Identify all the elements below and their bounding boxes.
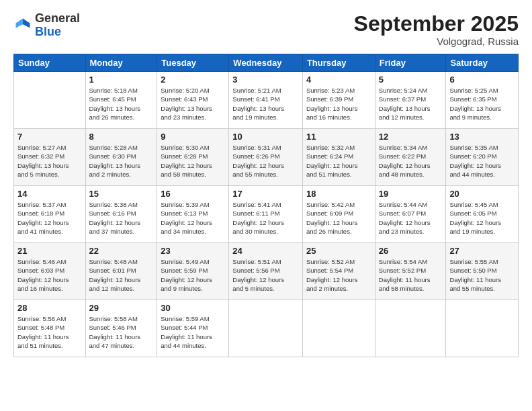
header: General Blue September 2025 Volgograd, R…: [13, 12, 519, 47]
table-row: 27Sunrise: 5:55 AM Sunset: 5:50 PM Dayli…: [446, 243, 519, 300]
day-info: Sunrise: 5:30 AM Sunset: 6:28 PM Dayligh…: [161, 143, 225, 179]
day-info: Sunrise: 5:21 AM Sunset: 6:41 PM Dayligh…: [232, 86, 299, 122]
table-row: 12Sunrise: 5:34 AM Sunset: 6:22 PM Dayli…: [375, 129, 446, 186]
col-saturday: Saturday: [446, 54, 519, 72]
day-number: 17: [232, 189, 299, 199]
day-info: Sunrise: 5:35 AM Sunset: 6:20 PM Dayligh…: [449, 143, 515, 179]
table-row: 11Sunrise: 5:32 AM Sunset: 6:24 PM Dayli…: [302, 129, 375, 186]
table-row: [229, 300, 303, 357]
table-row: 10Sunrise: 5:31 AM Sunset: 6:26 PM Dayli…: [229, 129, 303, 186]
table-row: 15Sunrise: 5:38 AM Sunset: 6:16 PM Dayli…: [85, 186, 157, 243]
day-number: 21: [17, 246, 82, 256]
day-info: Sunrise: 5:45 AM Sunset: 6:05 PM Dayligh…: [449, 200, 515, 236]
day-number: 23: [161, 246, 225, 256]
table-row: 21Sunrise: 5:46 AM Sunset: 6:03 PM Dayli…: [14, 243, 86, 300]
col-tuesday: Tuesday: [157, 54, 229, 72]
table-row: 25Sunrise: 5:52 AM Sunset: 5:54 PM Dayli…: [302, 243, 375, 300]
day-number: 7: [17, 132, 82, 142]
day-number: 20: [449, 189, 515, 199]
day-info: Sunrise: 5:25 AM Sunset: 6:35 PM Dayligh…: [449, 86, 515, 122]
day-info: Sunrise: 5:54 AM Sunset: 5:52 PM Dayligh…: [379, 257, 443, 293]
table-row: 18Sunrise: 5:42 AM Sunset: 6:09 PM Dayli…: [302, 186, 375, 243]
day-info: Sunrise: 5:23 AM Sunset: 6:39 PM Dayligh…: [306, 86, 371, 122]
table-row: 5Sunrise: 5:24 AM Sunset: 6:37 PM Daylig…: [375, 72, 446, 129]
day-number: 3: [232, 75, 299, 85]
day-number: 2: [161, 75, 225, 85]
table-row: 19Sunrise: 5:44 AM Sunset: 6:07 PM Dayli…: [375, 186, 446, 243]
day-info: Sunrise: 5:52 AM Sunset: 5:54 PM Dayligh…: [306, 257, 371, 293]
table-row: 6Sunrise: 5:25 AM Sunset: 6:35 PM Daylig…: [446, 72, 519, 129]
day-number: 27: [449, 246, 515, 256]
table-row: 22Sunrise: 5:48 AM Sunset: 6:01 PM Dayli…: [85, 243, 157, 300]
day-number: 11: [306, 132, 371, 142]
col-thursday: Thursday: [302, 54, 375, 72]
day-number: 16: [161, 189, 225, 199]
table-row: [446, 300, 519, 357]
day-number: 6: [449, 75, 515, 85]
page: General Blue September 2025 Volgograd, R…: [0, 0, 532, 411]
day-info: Sunrise: 5:32 AM Sunset: 6:24 PM Dayligh…: [306, 143, 371, 179]
day-number: 12: [379, 132, 443, 142]
day-info: Sunrise: 5:20 AM Sunset: 6:43 PM Dayligh…: [161, 86, 225, 122]
calendar-week-5: 28Sunrise: 5:56 AM Sunset: 5:48 PM Dayli…: [14, 300, 519, 357]
day-number: 10: [232, 132, 299, 142]
table-row: 29Sunrise: 5:58 AM Sunset: 5:46 PM Dayli…: [85, 300, 157, 357]
day-info: Sunrise: 5:27 AM Sunset: 6:32 PM Dayligh…: [17, 143, 82, 179]
day-number: 5: [379, 75, 443, 85]
day-info: Sunrise: 5:49 AM Sunset: 5:59 PM Dayligh…: [161, 257, 225, 293]
day-number: 28: [17, 303, 82, 313]
table-row: 4Sunrise: 5:23 AM Sunset: 6:39 PM Daylig…: [302, 72, 375, 129]
day-info: Sunrise: 5:38 AM Sunset: 6:16 PM Dayligh…: [89, 200, 154, 236]
table-row: [375, 300, 446, 357]
calendar-week-3: 14Sunrise: 5:37 AM Sunset: 6:18 PM Dayli…: [14, 186, 519, 243]
day-number: 9: [161, 132, 225, 142]
day-info: Sunrise: 5:46 AM Sunset: 6:03 PM Dayligh…: [17, 257, 82, 293]
calendar: Sunday Monday Tuesday Wednesday Thursday…: [13, 54, 519, 357]
calendar-week-2: 7Sunrise: 5:27 AM Sunset: 6:32 PM Daylig…: [14, 129, 519, 186]
day-number: 26: [379, 246, 443, 256]
table-row: 24Sunrise: 5:51 AM Sunset: 5:56 PM Dayli…: [229, 243, 303, 300]
table-row: [302, 300, 375, 357]
table-row: 17Sunrise: 5:41 AM Sunset: 6:11 PM Dayli…: [229, 186, 303, 243]
day-info: Sunrise: 5:31 AM Sunset: 6:26 PM Dayligh…: [232, 143, 299, 179]
table-row: 23Sunrise: 5:49 AM Sunset: 5:59 PM Dayli…: [157, 243, 229, 300]
logo-icon: [13, 16, 32, 35]
day-info: Sunrise: 5:58 AM Sunset: 5:46 PM Dayligh…: [89, 314, 154, 350]
table-row: 30Sunrise: 5:59 AM Sunset: 5:44 PM Dayli…: [157, 300, 229, 357]
table-row: 14Sunrise: 5:37 AM Sunset: 6:18 PM Dayli…: [14, 186, 86, 243]
col-friday: Friday: [375, 54, 446, 72]
table-row: 8Sunrise: 5:28 AM Sunset: 6:30 PM Daylig…: [85, 129, 157, 186]
day-info: Sunrise: 5:34 AM Sunset: 6:22 PM Dayligh…: [379, 143, 443, 179]
day-info: Sunrise: 5:39 AM Sunset: 6:13 PM Dayligh…: [161, 200, 225, 236]
table-row: 3Sunrise: 5:21 AM Sunset: 6:41 PM Daylig…: [229, 72, 303, 129]
day-number: 30: [161, 303, 225, 313]
day-info: Sunrise: 5:42 AM Sunset: 6:09 PM Dayligh…: [306, 200, 371, 236]
day-info: Sunrise: 5:51 AM Sunset: 5:56 PM Dayligh…: [232, 257, 299, 293]
svg-marker-1: [16, 18, 24, 28]
table-row: 16Sunrise: 5:39 AM Sunset: 6:13 PM Dayli…: [157, 186, 229, 243]
day-number: 15: [89, 189, 154, 199]
day-number: 29: [89, 303, 154, 313]
logo-general: General: [35, 12, 80, 26]
table-row: 9Sunrise: 5:30 AM Sunset: 6:28 PM Daylig…: [157, 129, 229, 186]
month-title: September 2025: [354, 12, 519, 36]
title-block: September 2025 Volgograd, Russia: [354, 12, 519, 47]
day-info: Sunrise: 5:37 AM Sunset: 6:18 PM Dayligh…: [17, 200, 82, 236]
logo: General Blue: [13, 12, 80, 39]
col-sunday: Sunday: [14, 54, 86, 72]
svg-marker-0: [23, 18, 30, 28]
logo-blue: Blue: [35, 26, 80, 39]
day-number: 13: [449, 132, 515, 142]
day-info: Sunrise: 5:48 AM Sunset: 6:01 PM Dayligh…: [89, 257, 154, 293]
day-info: Sunrise: 5:28 AM Sunset: 6:30 PM Dayligh…: [89, 143, 154, 179]
calendar-header-row: Sunday Monday Tuesday Wednesday Thursday…: [14, 54, 519, 72]
day-number: 24: [232, 246, 299, 256]
day-number: 25: [306, 246, 371, 256]
calendar-week-4: 21Sunrise: 5:46 AM Sunset: 6:03 PM Dayli…: [14, 243, 519, 300]
table-row: 26Sunrise: 5:54 AM Sunset: 5:52 PM Dayli…: [375, 243, 446, 300]
day-number: 22: [89, 246, 154, 256]
calendar-week-1: 1Sunrise: 5:18 AM Sunset: 6:45 PM Daylig…: [14, 72, 519, 129]
day-info: Sunrise: 5:44 AM Sunset: 6:07 PM Dayligh…: [379, 200, 443, 236]
day-number: 4: [306, 75, 371, 85]
table-row: [14, 72, 86, 129]
